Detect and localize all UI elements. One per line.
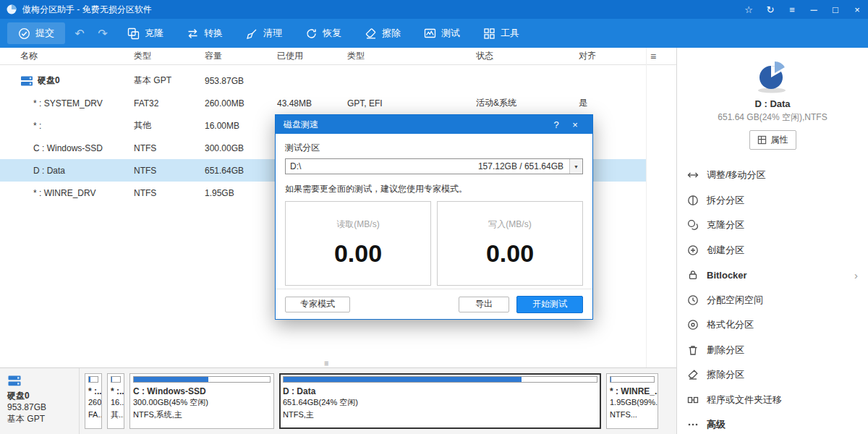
toolbar: 提交 ↶ ↷ 克隆转换清理恢复擦除测试工具 xyxy=(0,19,868,48)
expert-mode-button[interactable]: 专家模式 xyxy=(285,297,350,312)
cell-fs: NTFS xyxy=(134,166,205,176)
header-name[interactable]: 名称 xyxy=(0,50,134,62)
header-ptype[interactable]: 类型 xyxy=(347,50,476,62)
sidebar-item-delete[interactable]: 删除分区 xyxy=(677,338,868,363)
cell-name: 硬盘0 xyxy=(0,75,134,87)
partition-block[interactable]: * : WINRE_...1.95GB(99%...NTFS... xyxy=(606,373,658,429)
sidebar-item-create[interactable]: 创建分区 xyxy=(677,238,868,263)
sidebar-item-wipe[interactable]: 擦除分区 xyxy=(677,362,868,388)
sidebar-item-label: 删除分区 xyxy=(707,344,744,357)
partition-fs: NTFS... xyxy=(610,409,655,421)
sidebar-item-label: 高级 xyxy=(707,418,726,431)
dialog-help-button[interactable]: ? xyxy=(547,119,566,130)
sidebar-item-label: 程序或文件夹迁移 xyxy=(707,393,782,407)
close-button[interactable]: × xyxy=(846,0,868,19)
toolbar-item-test[interactable]: 测试 xyxy=(424,27,460,40)
partition-block[interactable]: * :..16...其... xyxy=(107,373,124,429)
submit-button[interactable]: 提交 xyxy=(7,22,65,44)
disk-icon xyxy=(20,75,33,87)
cell-name: * : SYSTEM_DRV xyxy=(0,98,134,109)
dropdown-arrow-icon[interactable]: ▼ xyxy=(569,159,582,174)
table-scroll-gutter[interactable]: ≡ xyxy=(646,48,676,367)
sidebar-item-allocate[interactable]: 分配空闲空间 xyxy=(677,288,868,313)
feedback-button[interactable]: ↻ xyxy=(760,0,781,19)
partition-select-size: 157.12GB / 651.64GB xyxy=(478,161,563,171)
cell-capacity: 260.00MB xyxy=(205,98,277,109)
disk-type: 基本 GPT xyxy=(7,413,79,425)
sidebar-item-resize-move[interactable]: 调整/移动分区 xyxy=(677,163,868,188)
undo-button[interactable]: ↶ xyxy=(71,27,88,41)
cell-name: C : Windows-SSD xyxy=(0,143,134,153)
partition-block[interactable]: D : Data651.64GB(24% 空闲)NTFS,主 xyxy=(279,373,601,429)
selected-partition-name: D : Data xyxy=(754,98,790,109)
maximize-button[interactable]: □ xyxy=(825,0,846,19)
toolbar-item-convert[interactable]: 转换 xyxy=(187,27,223,40)
header-status[interactable]: 状态 xyxy=(476,50,579,62)
check-circle-icon xyxy=(18,27,30,40)
menu-button[interactable]: ≡ xyxy=(781,0,803,19)
sidebar-item-more[interactable]: 高级 xyxy=(677,412,868,434)
partition-select-value: D:\ xyxy=(290,161,301,171)
partition-size: 260... xyxy=(88,396,98,409)
header-fs[interactable]: 类型 xyxy=(134,50,205,62)
toolbar-items: 克隆转换清理恢复擦除测试工具 xyxy=(127,27,519,40)
toolbar-item-erase[interactable]: 擦除 xyxy=(365,27,401,40)
sidebar-item-clone-part[interactable]: 克隆分区 xyxy=(677,213,868,238)
sidebar-item-label: Bitlocker xyxy=(707,270,747,281)
split-icon xyxy=(687,195,699,206)
header-capacity[interactable]: 容量 xyxy=(205,50,277,62)
disk-summary-block[interactable]: 硬盘0 953.87GB 基本 GPT xyxy=(0,368,80,434)
usage-bar xyxy=(133,376,271,383)
cell-capacity: 1.95GB xyxy=(205,188,277,198)
sidebar-item-label: 创建分区 xyxy=(707,244,744,257)
partition-name: * :.. xyxy=(111,386,121,396)
minimize-button[interactable]: ─ xyxy=(803,0,825,19)
cell-text: 300.00GB xyxy=(205,143,244,153)
usage-bar xyxy=(610,376,655,383)
cell-text: 651.64GB xyxy=(205,166,244,176)
sidebar-item-migrate[interactable]: 程序或文件夹迁移 xyxy=(677,388,868,413)
clean-icon xyxy=(246,27,258,40)
header-used[interactable]: 已使用 xyxy=(277,50,347,62)
dialog-title: 磁盘测速 xyxy=(284,119,318,131)
partition-block[interactable]: C : Windows-SSD300.00GB(45% 空闲)NTFS,系统,主 xyxy=(129,373,274,429)
table-row[interactable]: 硬盘0基本 GPT953.87GB xyxy=(0,69,646,92)
properties-button[interactable]: 属性 xyxy=(749,130,796,150)
table-row[interactable]: * : SYSTEM_DRVFAT32260.00MB43.48MBGPT, E… xyxy=(0,92,646,114)
partition-select[interactable]: D:\ 157.12GB / 651.64GB ▼ xyxy=(285,158,583,174)
cell-capacity: 300.00GB xyxy=(205,143,277,153)
cell-name: * : WINRE_DRV xyxy=(0,188,134,198)
partition-name: D : Data xyxy=(283,386,597,396)
dialog-close-button[interactable]: × xyxy=(566,119,584,130)
header-aligned[interactable]: 对齐 xyxy=(579,50,646,62)
export-button[interactable]: 导出 xyxy=(459,297,509,312)
cell-text: 活动&系统 xyxy=(476,98,516,108)
start-test-button[interactable]: 开始测试 xyxy=(516,296,583,313)
toolbar-item-clone[interactable]: 克隆 xyxy=(127,27,163,40)
properties-label: 属性 xyxy=(771,134,788,146)
toolbar-item-label: 转换 xyxy=(204,27,223,40)
column-menu-icon[interactable]: ≡ xyxy=(650,51,656,62)
sidebar-item-lock[interactable]: Bitlocker› xyxy=(677,263,868,288)
cell-text: GPT, EFI xyxy=(347,98,383,109)
cell-aligned: 是 xyxy=(579,97,646,109)
redo-button[interactable]: ↷ xyxy=(94,27,111,41)
clone-part-icon xyxy=(687,219,699,231)
cell-text: * : WINRE_DRV xyxy=(33,188,95,198)
sidebar-item-format[interactable]: 格式化分区 xyxy=(677,312,868,338)
wipe-icon xyxy=(687,369,699,380)
delete-icon xyxy=(687,344,699,356)
test-icon xyxy=(424,27,436,40)
toolbar-item-recover[interactable]: 恢复 xyxy=(305,27,341,40)
panel-resize-handle[interactable]: ≡ xyxy=(324,360,328,367)
expert-mode-hint: 如果需要更全面的测试，建议您使用专家模式。 xyxy=(285,183,583,195)
sidebar-item-split[interactable]: 拆分分区 xyxy=(677,188,868,213)
dialog-titlebar[interactable]: 磁盘测速 ? × xyxy=(276,115,592,134)
disk-speed-dialog: 磁盘测速 ? × 测试分区 D:\ 157.12GB / 651.64GB ▼ … xyxy=(275,114,593,320)
toolbar-item-tools[interactable]: 工具 xyxy=(483,27,519,40)
partition-block[interactable]: * :...260...FA... xyxy=(85,373,102,429)
cell-ptype: GPT, EFI xyxy=(347,98,476,109)
toolbar-item-clean[interactable]: 清理 xyxy=(246,27,282,40)
favorite-button[interactable]: ☆ xyxy=(738,0,760,19)
lock-icon xyxy=(687,269,699,281)
